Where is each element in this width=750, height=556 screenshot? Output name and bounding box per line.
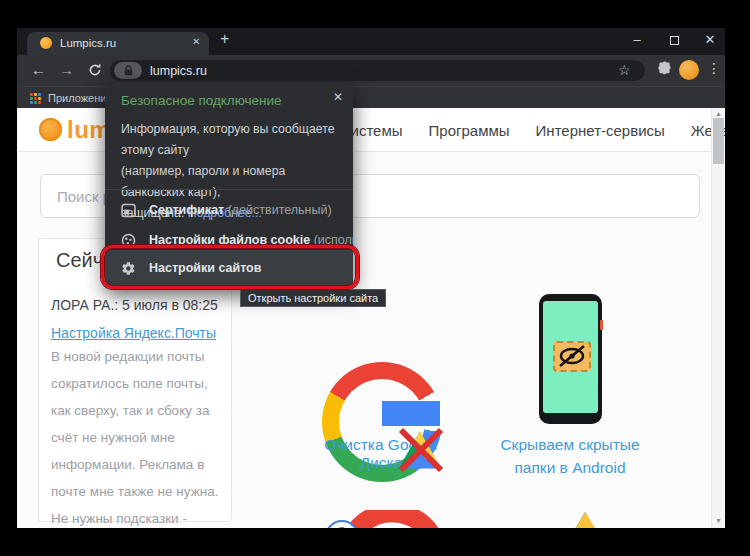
google-logo-bar [382, 401, 440, 426]
article-link-android-folders-line1[interactable]: Скрываем скрытые [480, 436, 660, 454]
google-drive-logo-image[interactable] [525, 508, 645, 528]
menu-item-certificate[interactable]: Сертификат (действительный) [105, 195, 353, 225]
nav-item-programs[interactable]: Программы [429, 122, 510, 139]
scrollbar-up-icon[interactable]: ▲ [712, 110, 725, 117]
extensions-button[interactable] [655, 61, 672, 82]
popup-close-icon[interactable]: ✕ [333, 90, 343, 104]
tab-title: Lumpics.ru [60, 37, 116, 49]
window-minimize-button[interactable]: – [627, 32, 647, 47]
reload-button[interactable] [87, 62, 103, 82]
site-info-chip[interactable] [114, 62, 142, 79]
bookmark-star-icon[interactable]: ☆ [618, 62, 631, 78]
new-tab-button[interactable]: + [220, 30, 229, 48]
site-nav: системыПрограммыИнтернет-сервисыЖелезо [317, 122, 697, 140]
card-heading: Сейч [56, 249, 103, 272]
phone-screen [543, 301, 598, 413]
red-highlight-annotation [101, 245, 359, 289]
scrollbar-thumb[interactable] [713, 118, 724, 164]
reload-icon [87, 62, 103, 78]
comment-meta: ЛОРА РА.: 5 июля в 08:25 [51, 297, 218, 313]
site-logo-icon[interactable] [39, 118, 62, 141]
phone-power-button [600, 320, 603, 330]
address-bar[interactable]: lumpics.ru ☆ [110, 60, 645, 81]
tab-strip: Lumpics.ru ✕ + – ✕ [17, 28, 725, 55]
window-maximize-button[interactable] [664, 36, 684, 45]
puzzle-icon [655, 61, 672, 78]
profile-avatar[interactable] [679, 60, 699, 80]
comment-body: В новой редакции почты сократилось поле … [51, 343, 227, 528]
popup-divider [105, 189, 353, 190]
chrome-menu-button[interactable]: ⋮ [707, 60, 721, 76]
comment-article-link[interactable]: Настройка Яндекс.Почты [51, 325, 216, 341]
screenshot-canvas: Lumpics.ru ✕ + – ✕ ← → [0, 0, 750, 556]
article-link-android-folders-line2[interactable]: папки в Android [480, 459, 660, 477]
apps-grid-icon[interactable] [30, 93, 41, 104]
tab-close-icon[interactable]: ✕ [192, 36, 200, 47]
site-favicon-icon [40, 37, 52, 49]
bookmark-apps-label[interactable]: Приложения [48, 92, 112, 104]
scrollbar-down-icon[interactable]: ▼ [712, 517, 725, 524]
page-scrollbar[interactable]: ▲ ▼ [711, 108, 724, 528]
hidden-folder-icon [553, 341, 591, 372]
forward-button[interactable]: → [59, 61, 74, 78]
browser-toolbar: ← → lumpics.ru ☆ [17, 55, 725, 86]
lock-icon [122, 64, 135, 77]
window-close-button[interactable]: ✕ [700, 32, 720, 47]
browser-tab[interactable]: Lumpics.ru ✕ [27, 32, 209, 55]
certificate-icon [121, 203, 136, 218]
back-button[interactable]: ← [31, 61, 46, 78]
site-settings-tooltip: Открыть настройки сайта [240, 289, 386, 307]
red-cross-annotation [395, 426, 447, 478]
popup-title: Безопасное подключение [121, 93, 282, 108]
url-text[interactable]: lumpics.ru [150, 64, 207, 78]
nav-item-internet-services[interactable]: Интернет-сервисы [536, 122, 665, 139]
phone-image[interactable] [539, 294, 602, 424]
